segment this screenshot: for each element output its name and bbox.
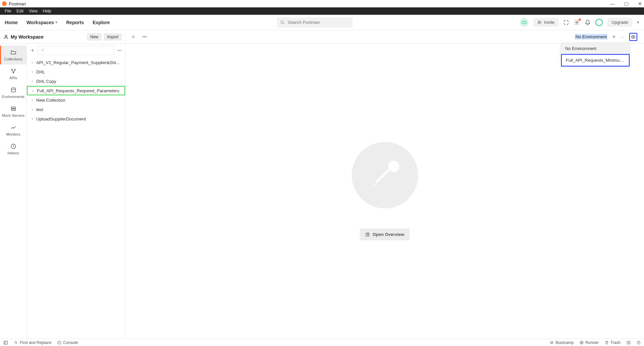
upgrade-chevron-icon[interactable]: ▾ <box>637 20 639 25</box>
status-layout-icon[interactable] <box>627 341 631 345</box>
rail-history[interactable]: History <box>0 140 27 158</box>
rail-mock-label: Mock Servers <box>2 113 24 117</box>
avatar[interactable] <box>595 19 603 26</box>
new-button[interactable]: New <box>87 33 102 41</box>
svg-point-23 <box>388 161 399 172</box>
collection-row[interactable]: ›New Collection <box>27 95 125 105</box>
panel-options-icon[interactable]: ••• <box>117 48 122 53</box>
window-title: Postman <box>9 1 26 6</box>
close-icon[interactable]: ✕ <box>638 1 642 6</box>
environment-option[interactable]: No Environment <box>561 43 630 54</box>
rail-environments[interactable]: Environments <box>0 83 27 102</box>
search-icon <box>14 341 18 345</box>
nav-workspaces[interactable]: Workspaces ▾ <box>27 20 57 25</box>
menu-edit[interactable]: Edit <box>14 9 26 13</box>
env-close-icon[interactable]: ✕ <box>612 34 616 39</box>
monitor-icon <box>10 124 17 131</box>
chevron-right-icon: › <box>32 88 34 93</box>
svg-point-0 <box>281 20 284 23</box>
open-icon <box>365 232 370 237</box>
bootcamp-icon <box>550 341 554 345</box>
chevron-down-icon: ▾ <box>55 20 57 24</box>
rail-monitors[interactable]: Monitors <box>0 121 27 140</box>
filter-input[interactable] <box>38 46 114 55</box>
capture-icon[interactable] <box>563 19 569 26</box>
svg-marker-32 <box>581 342 582 343</box>
invite-label: Invite <box>544 20 554 25</box>
workspace-name[interactable]: My Workspace <box>3 34 44 40</box>
new-tab-icon[interactable] <box>131 35 136 39</box>
sync-icon[interactable] <box>520 18 529 27</box>
invite-button[interactable]: Invite <box>533 18 558 27</box>
status-runner[interactable]: Runner <box>580 340 598 345</box>
nav-workspaces-label: Workspaces <box>27 20 54 25</box>
upgrade-label: Upgrade <box>611 20 628 25</box>
open-overview-button[interactable]: Open Overview <box>360 229 410 240</box>
svg-rect-30 <box>58 341 61 344</box>
nav-reports[interactable]: Reports <box>66 20 84 25</box>
rail-apis[interactable]: APIs <box>0 64 27 83</box>
person-icon <box>3 34 9 40</box>
env-collapse-icon[interactable]: ︿ <box>621 34 625 40</box>
status-console[interactable]: Console <box>57 340 78 345</box>
rail-collections[interactable]: Collections <box>0 46 27 64</box>
status-bootcamp[interactable]: Bootcamp <box>550 340 574 345</box>
menu-file[interactable]: File <box>2 9 14 13</box>
collection-label: New Collection <box>36 98 65 103</box>
maximize-icon[interactable]: ▢ <box>624 1 629 6</box>
menu-view[interactable]: View <box>26 9 40 13</box>
status-find-replace[interactable]: Find and Replace <box>14 340 51 345</box>
status-panel-toggle[interactable] <box>3 340 8 345</box>
chevron-right-icon: › <box>32 60 33 65</box>
rail-monitors-label: Monitors <box>6 132 20 136</box>
nav-home[interactable]: Home <box>5 20 18 25</box>
runner-icon <box>580 341 584 345</box>
api-icon <box>10 68 17 75</box>
status-help-icon[interactable] <box>637 341 641 345</box>
workspace-bar: My Workspace New Import ••• No Environme… <box>0 30 644 44</box>
menu-help[interactable]: Help <box>40 9 54 13</box>
nav-explore[interactable]: Explore <box>93 20 110 25</box>
add-collection-icon[interactable] <box>30 48 35 53</box>
upgrade-button[interactable]: Upgrade <box>607 18 632 27</box>
svg-rect-13 <box>11 88 15 92</box>
collection-row[interactable]: ›UploadSupplierDocument <box>27 114 125 123</box>
notifications-icon[interactable] <box>585 19 591 26</box>
folder-icon <box>10 49 17 56</box>
collection-label: DHL <box>36 69 45 75</box>
search-input[interactable]: Search Postman <box>277 17 353 28</box>
collection-row[interactable]: ›API_V2_Regular_Payment_Supplier&Shi... <box>27 58 125 67</box>
environment-quicklook-icon[interactable] <box>629 33 637 41</box>
environment-dropdown: No EnvironmentFull_API_Requests_Minimum_… <box>561 43 630 67</box>
tab-options-icon[interactable]: ••• <box>142 34 147 39</box>
chevron-right-icon: › <box>32 116 33 121</box>
server-icon <box>10 105 17 112</box>
svg-rect-16 <box>11 109 15 111</box>
svg-point-2 <box>538 21 540 22</box>
panel-icon <box>3 340 8 345</box>
search-placeholder: Search Postman <box>288 20 320 25</box>
collection-row[interactable]: ›DHL <box>27 67 125 77</box>
collection-row[interactable]: ›Full_API_Requests_Required_Parameters <box>27 86 125 95</box>
collection-label: API_V2_Regular_Payment_Supplier&Shi... <box>36 60 120 65</box>
environment-option[interactable]: Full_API_Requests_Minimum_... <box>561 54 630 66</box>
status-trash[interactable]: Trash <box>605 340 621 345</box>
settings-icon[interactable] <box>574 19 580 26</box>
minimize-icon[interactable]: — <box>610 1 615 6</box>
svg-line-1 <box>283 23 284 24</box>
svg-point-36 <box>639 343 639 344</box>
svg-point-5 <box>576 21 578 23</box>
import-button[interactable]: Import <box>104 33 122 41</box>
status-runner-label: Runner <box>585 340 598 345</box>
console-icon <box>57 341 61 345</box>
open-overview-label: Open Overview <box>373 232 404 237</box>
invite-icon <box>537 20 542 25</box>
workspace-name-label: My Workspace <box>11 34 44 40</box>
collection-row[interactable]: ›DHL Copy <box>27 77 125 86</box>
environment-selector[interactable]: No Environment <box>575 34 607 40</box>
svg-point-10 <box>11 69 12 70</box>
collection-row[interactable]: ›test <box>27 105 125 114</box>
workspace-content: No EnvironmentFull_API_Requests_Minimum_… <box>126 44 644 339</box>
rail-mock-servers[interactable]: Mock Servers <box>0 102 27 121</box>
sidebar-rail: Collections APIs Environments Mock Serve… <box>0 44 27 339</box>
